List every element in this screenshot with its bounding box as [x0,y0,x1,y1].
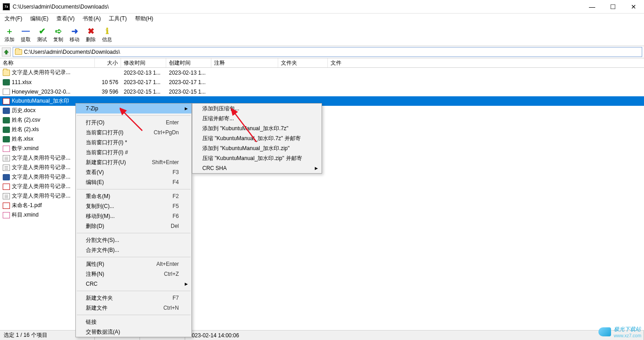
address-input[interactable] [24,49,640,55]
context-menu-item[interactable]: 属性(R)Alt+Enter [76,259,191,269]
context-menu-item[interactable]: 新建文件夹F7 [76,293,191,303]
context-submenu-7zip[interactable]: 添加到压缩包...压缩并邮寄...添加到 "KubuntuManual_加水印.… [192,103,322,174]
col-ctime[interactable]: 创建时间 [166,58,211,67]
context-menu-item[interactable]: 新建窗口打开(U)Shift+Enter [76,157,191,167]
copy-icon: ➪ [54,27,63,36]
toolbar-move-button[interactable]: ➜移动 [68,27,81,43]
submenu-item[interactable]: CRC SHA [192,163,322,173]
file-name: 文字是人类用符号记录... [12,173,70,181]
toolbar-delete-button[interactable]: ✖删除 [84,27,98,43]
menubar-item[interactable]: 书签(A) [81,14,103,24]
menu-separator [77,291,191,291]
menu-item-label: 新建文件夹 [86,294,113,302]
menu-item-label: 查看(V) [86,169,104,176]
toolbar: ＋添加—提取✔测试➪复制➜移动✖删除ℹ信息 [0,24,644,46]
submenu-item[interactable]: 压缩并邮寄... [192,113,322,123]
context-menu-item[interactable]: 当前窗口打开(I) * [76,137,191,147]
submenu-item[interactable]: 添加到压缩包... [192,104,322,113]
menu-item-label: CRC [86,281,98,287]
context-menu-item[interactable]: 注释(N)Ctrl+Z [76,269,191,279]
file-name: 文字是人类用符号记录... [12,192,70,200]
window-title: C:\Users\admin\Documents\Downloads\ [13,4,582,10]
col-files[interactable]: 文件 [328,58,373,67]
address-input-wrap[interactable] [13,47,642,57]
menu-shortcut: Ctrl+N [163,305,179,311]
menu-shortcut: F6 [173,213,179,219]
menu-shortcut: Shift+Enter [152,159,179,165]
menubar-item[interactable]: 查看(V) [55,14,76,24]
context-menu-item[interactable]: 编辑(E)F4 [76,177,191,187]
toolbar-extract-button[interactable]: —提取 [19,27,33,43]
toolbar-copy-button[interactable]: ➪复制 [51,27,65,43]
menu-item-label: 添加到压缩包... [202,105,239,113]
titlebar: 7z C:\Users\admin\Documents\Downloads\ —… [0,0,644,14]
up-button[interactable] [2,47,11,57]
file-name: 科目.xmind [12,211,38,219]
context-menu-item[interactable]: 移动到(M)...F6 [76,211,191,221]
menu-item-label: 当前窗口打开(I) # [86,149,128,156]
move-icon: ➜ [70,27,79,36]
minimize-button[interactable]: — [582,0,602,14]
toolbar-info-button[interactable]: ℹ信息 [100,27,114,43]
submenu-item[interactable]: 添加到 "KubuntuManual_加水印.zip" [192,143,322,153]
file-row[interactable]: 111.xlsx10 5762023-02-17 1...2023-02-17 … [0,77,644,87]
menu-item-label: 添加到 "KubuntuManual_加水印.7z" [202,125,289,132]
menubar-item[interactable]: 帮助(H) [133,14,155,24]
col-folders[interactable]: 文件夹 [278,58,328,67]
watermark-logo-icon [598,327,611,336]
context-menu-item[interactable]: 当前窗口打开(I)Ctrl+PgDn [76,128,191,137]
context-menu-item[interactable]: 新建文件Ctrl+N [76,303,191,313]
menubar-item[interactable]: 工具(T) [107,14,128,24]
menu-shortcut: Ctrl+PgDn [154,129,179,136]
col-size[interactable]: 大小 [95,58,121,67]
folder-icon [15,49,22,55]
xmind-icon [3,146,10,152]
context-menu-item[interactable]: 7-Zip [76,104,191,113]
toolbar-add-button[interactable]: ＋添加 [3,27,16,43]
file-mtime: 2023-02-17 1... [121,77,166,87]
file-row[interactable]: Honeyview_2023-02-0...39 5962023-02-15 1… [0,87,644,96]
submenu-item[interactable]: 压缩 "KubuntuManual_加水印.zip" 并邮寄 [192,153,322,163]
context-menu-item[interactable]: 交替数据流(A) [76,327,191,337]
context-menu[interactable]: 7-Zip打开(O)Enter当前窗口打开(I)Ctrl+PgDn当前窗口打开(… [75,103,192,337]
menu-shortcut: F2 [173,193,179,199]
context-menu-item[interactable]: 链接 [76,317,191,327]
context-menu-item[interactable]: 打开(O)Enter [76,118,191,128]
col-name[interactable]: 名称 [0,58,95,67]
menu-shortcut: F3 [173,169,179,175]
context-menu-item[interactable]: 当前窗口打开(I) # [76,147,191,157]
context-menu-item[interactable]: CRC [76,279,191,289]
menu-item-label: 当前窗口打开(I) * [86,139,127,146]
menu-item-label: 分割文件(S)... [86,236,119,244]
toolbar-label: 添加 [5,36,14,43]
context-menu-item[interactable]: 删除(D)Del [76,221,191,231]
menu-item-label: 移动到(M)... [86,212,115,220]
file-ctime: 2023-02-15 1... [166,87,211,96]
menubar-item[interactable]: 编辑(E) [28,14,50,24]
menu-shortcut: F5 [173,203,179,209]
doc-icon [3,174,10,180]
address-bar [0,46,644,58]
context-menu-item[interactable]: 复制到(C)...F5 [76,201,191,211]
menu-item-label: 编辑(E) [86,179,104,186]
close-button[interactable]: ✕ [623,0,644,14]
file-row[interactable]: 文字是人类用符号记录...2023-02-13 1...2023-02-13 1… [0,68,644,77]
file-name: 姓名 (2).xls [12,126,39,133]
maximize-button[interactable]: ☐ [602,0,623,14]
menu-item-label: 链接 [86,318,97,326]
toolbar-label: 提取 [21,36,31,43]
context-menu-item[interactable]: 查看(V)F3 [76,167,191,177]
context-menu-item[interactable]: 分割文件(S)... [76,235,191,245]
submenu-item[interactable]: 添加到 "KubuntuManual_加水印.7z" [192,123,322,133]
context-menu-item[interactable]: 重命名(M)F2 [76,191,191,201]
col-comment[interactable]: 注释 [211,58,278,67]
file-name: 文字是人类用符号记录... [12,69,70,76]
menu-item-label: 重命名(M) [86,193,110,200]
context-menu-item[interactable]: 合并文件(B)... [76,245,191,255]
menubar-item[interactable]: 文件(F) [3,14,24,24]
file-name: 文字是人类用符号记录... [12,164,70,171]
toolbar-test-button[interactable]: ✔测试 [35,27,49,43]
col-mtime[interactable]: 修改时间 [121,58,166,67]
submenu-item[interactable]: 压缩 "KubuntuManual_加水印.7z" 并邮寄 [192,133,322,143]
toolbar-label: 复制 [53,36,63,43]
